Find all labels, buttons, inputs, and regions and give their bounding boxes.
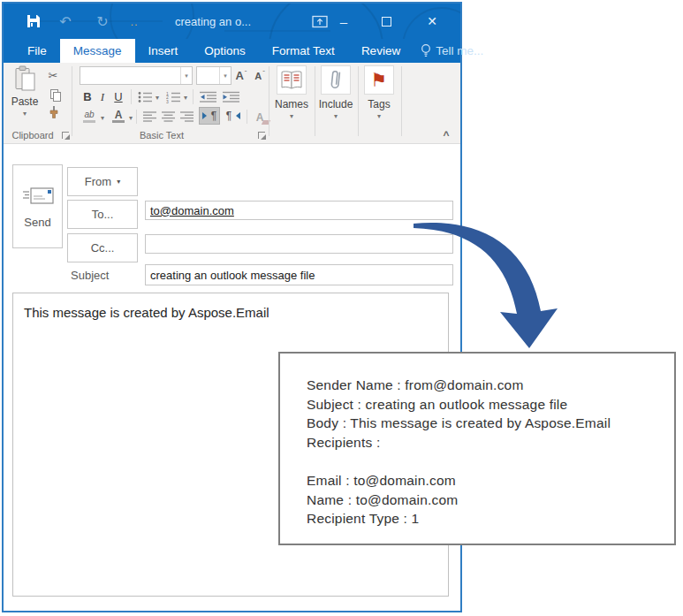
underline-button[interactable]: U	[110, 87, 126, 106]
align-left-button[interactable]	[141, 109, 157, 124]
close-button[interactable]: ✕	[421, 4, 444, 39]
output-line: Subject : creating an outlook message fi…	[307, 395, 665, 414]
clipboard-group-label: Clipboard	[4, 130, 62, 141]
grow-font-button[interactable]: A ˆ	[233, 68, 249, 84]
names-caret: ▾	[290, 113, 293, 120]
body-text: This message is created by Aspose.Email	[24, 305, 269, 320]
right-to-left-button[interactable]: ¶	[224, 107, 243, 125]
clear-formatting-button[interactable]: A	[251, 108, 269, 125]
tab-insert[interactable]: Insert	[135, 39, 192, 63]
redo-button[interactable]: ↻	[92, 4, 113, 39]
output-line: Email : to@domain.com	[307, 471, 665, 491]
format-painter-button[interactable]	[45, 104, 63, 120]
font-color-icon: A	[112, 110, 125, 123]
maximize-icon	[382, 17, 391, 27]
qat-more-button[interactable]: ..	[125, 4, 143, 39]
include-label: Include	[319, 98, 353, 110]
tab-tell-me[interactable]: Tell me...	[414, 39, 497, 63]
flag-icon: ⚑	[364, 65, 394, 95]
text-highlight-button[interactable]: ab	[80, 108, 99, 125]
paste-button[interactable]: Paste ▾	[7, 65, 42, 118]
from-button[interactable]: From ▾	[67, 167, 138, 196]
copy-button[interactable]	[45, 86, 63, 102]
minimize-button[interactable]: –	[332, 4, 355, 39]
basic-text-dialog-launcher[interactable]	[258, 132, 265, 139]
paste-clipboard-icon	[14, 65, 36, 92]
subject-label: Subject	[71, 269, 109, 282]
tell-me-label: Tell me...	[436, 44, 483, 57]
font-size-combo[interactable]: ▾	[196, 66, 231, 85]
tab-message[interactable]: Message	[60, 39, 135, 63]
cut-button[interactable]: ✂	[44, 67, 62, 83]
italic-button[interactable]: I	[96, 87, 109, 106]
increase-indent-button[interactable]	[221, 88, 240, 105]
undo-button[interactable]: ↶	[55, 4, 76, 39]
rtl-pilcrow-icon: ¶	[226, 110, 231, 122]
decrease-indent-button[interactable]	[198, 88, 217, 105]
address-book-icon	[277, 65, 307, 95]
send-envelope-icon	[21, 185, 55, 208]
paste-dropdown-caret: ▾	[23, 110, 27, 118]
ltr-pilcrow-icon: ¶	[211, 110, 216, 122]
popout-icon	[312, 15, 328, 28]
rtl-arrow	[232, 112, 240, 119]
from-caret: ▾	[117, 178, 120, 186]
include-button[interactable]: Include ▾	[315, 65, 356, 120]
left-to-right-button[interactable]: ¶	[199, 107, 220, 125]
font-size-caret: ▾	[219, 67, 231, 84]
font-name-combo[interactable]: ▾	[80, 66, 193, 85]
ribbon-display-options-button[interactable]	[307, 4, 332, 39]
to-button[interactable]: To...	[67, 200, 138, 229]
align-right-icon	[180, 111, 194, 122]
maximize-button[interactable]	[375, 4, 398, 39]
output-line: Sender Name : from@domain.com	[307, 376, 665, 395]
bold-button[interactable]: B	[80, 87, 95, 106]
tags-button[interactable]: ⚑ Tags ▾	[359, 65, 399, 120]
align-left-icon	[143, 111, 156, 122]
output-line: Recipients :	[307, 433, 665, 452]
highlight-caret[interactable]: ▾	[99, 115, 106, 122]
ltr-arrow	[202, 112, 210, 119]
ribbon-tab-bar: File Message Insert Options Format Text …	[4, 39, 460, 63]
save-icon	[27, 14, 41, 28]
tab-file[interactable]: File	[14, 39, 60, 63]
numbered-list-icon: 1 2 3	[166, 91, 181, 103]
decrease-indent-icon	[200, 91, 216, 103]
clear-formatting-icon: A	[256, 109, 264, 125]
to-recipient: to@domain.com	[150, 204, 234, 217]
redo-icon: ↻	[96, 13, 108, 30]
align-center-button[interactable]	[160, 109, 176, 124]
tab-format-text[interactable]: Format Text	[259, 39, 348, 63]
save-button[interactable]	[23, 4, 44, 39]
font-color-button[interactable]: A	[110, 108, 127, 125]
font-color-caret[interactable]: ▾	[127, 115, 134, 122]
numbering-caret[interactable]: ▾	[182, 95, 189, 102]
output-line: Body : This message is created by Aspose…	[307, 414, 665, 433]
text-highlight-icon: ab	[83, 110, 95, 123]
cc-button[interactable]: Cc...	[67, 233, 138, 262]
lightbulb-icon	[421, 43, 431, 58]
grow-arrow: ˆ	[245, 69, 247, 77]
qat-more-icon: ..	[130, 15, 138, 28]
tab-review[interactable]: Review	[348, 39, 414, 63]
bullets-button[interactable]	[136, 88, 154, 105]
names-button[interactable]: Names ▾	[271, 65, 312, 120]
paste-label: Paste	[11, 95, 39, 108]
numbering-button[interactable]: 1 2 3	[164, 88, 182, 105]
cc-label: Cc...	[91, 241, 115, 255]
window-title: creating an o...	[156, 4, 270, 39]
collapse-ribbon-button[interactable]: ^	[439, 129, 453, 141]
output-line: Recipient Type : 1	[307, 509, 665, 529]
tab-options[interactable]: Options	[191, 39, 259, 63]
shrink-font-button[interactable]: A ˇ	[252, 68, 268, 84]
to-label: To...	[92, 208, 114, 221]
copy-icon	[50, 89, 58, 99]
cc-field[interactable]	[145, 234, 453, 254]
clipboard-dialog-launcher[interactable]	[62, 132, 69, 139]
subject-value: creating an outlook message file	[150, 269, 315, 282]
subject-field[interactable]: creating an outlook message file	[145, 264, 453, 285]
send-button[interactable]: Send	[12, 164, 63, 248]
bullets-caret[interactable]: ▾	[154, 95, 161, 102]
to-field[interactable]: to@domain.com	[145, 201, 453, 220]
align-right-button[interactable]	[178, 109, 194, 124]
